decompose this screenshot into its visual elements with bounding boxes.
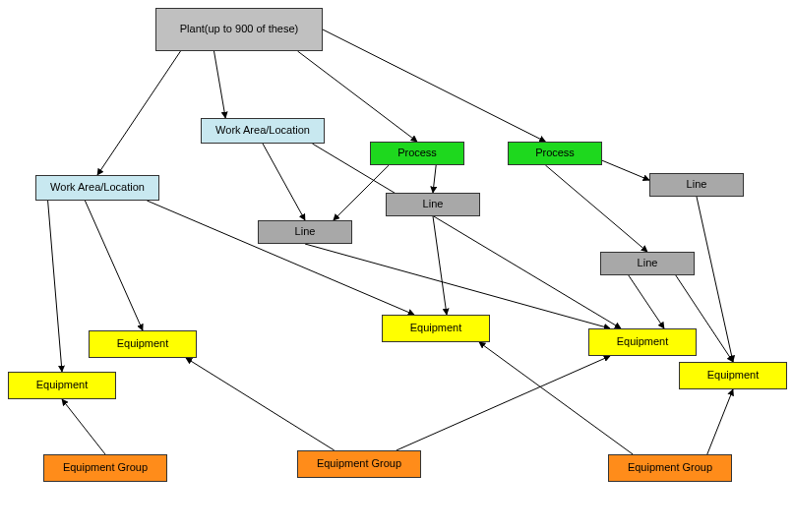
node-eq_left1: Equipment: [8, 372, 116, 399]
node-line_mid: Line: [386, 193, 480, 216]
text-line: Equipment: [36, 379, 89, 391]
edge-eg_center-to-eq_right: [396, 356, 610, 450]
edge-process1-to-line_left: [334, 165, 389, 220]
node-plant: Plant(up to 900 of these): [155, 8, 323, 51]
node-eq_center: Equipment: [382, 315, 490, 342]
node-line_left: Line: [258, 220, 352, 244]
node-eq_far_right: Equipment: [679, 362, 787, 389]
edge-process2-to-line_br: [545, 165, 647, 252]
edge-wal_top-to-eq_right: [312, 144, 621, 328]
edge-wal_left-to-eq_left1: [48, 201, 62, 372]
text-line: Line: [638, 257, 658, 269]
text-line: Equipment: [617, 335, 669, 348]
text-line: Equipment Group: [317, 457, 401, 470]
text-line: (up to 900 of these): [205, 23, 298, 35]
text-line: Equipment Group: [628, 461, 712, 474]
node-line_tr: Line: [649, 173, 744, 197]
edge-process1-to-line_mid: [433, 165, 436, 193]
node-process2: Process: [508, 142, 602, 165]
node-eq_left2: Equipment: [89, 330, 197, 358]
text-line: Line: [687, 178, 707, 191]
text-line: Line: [295, 225, 316, 238]
node-line_br: Line: [600, 252, 695, 275]
edge-line_tr-to-eq_far_right: [697, 197, 733, 362]
node-eg_center: Equipment Group: [297, 450, 421, 478]
node-wal_top: Work Area/Location: [201, 118, 325, 144]
text-line: Process: [397, 147, 437, 159]
text-line: Process: [535, 147, 575, 159]
text-line: Work Area/Location: [50, 181, 145, 194]
edge-eg_right-to-eq_far_right: [707, 389, 733, 454]
edge-plant-to-wal_left: [97, 51, 181, 175]
node-eg_left: Equipment Group: [43, 454, 167, 482]
edge-wal_left-to-eq_center: [147, 201, 414, 315]
node-eg_right: Equipment Group: [608, 454, 732, 482]
edge-plant-to-process2: [323, 30, 545, 142]
edge-plant-to-wal_top: [214, 51, 226, 118]
edge-wal_top-to-line_left: [263, 144, 305, 220]
text-line: Equipment Group: [63, 461, 148, 474]
edge-process2-to-line_tr: [602, 160, 649, 180]
text-line: Plant: [180, 23, 205, 35]
text-line: Work Area/Location: [215, 124, 310, 137]
text-line: Equipment: [707, 369, 760, 382]
node-eq_right: Equipment: [588, 328, 697, 356]
edge-eg_left-to-eq_left1: [62, 399, 105, 454]
node-process1: Process: [370, 142, 464, 165]
text-line: Equipment: [410, 322, 462, 334]
text-line: Line: [423, 198, 444, 210]
edge-eg_right-to-eq_center: [479, 342, 633, 454]
edge-wal_left-to-eq_left2: [85, 201, 143, 330]
node-wal_left: Work Area/Location: [35, 175, 159, 201]
text-line: Equipment: [117, 337, 169, 350]
edge-line_br-to-eq_right: [629, 275, 664, 328]
edge-line_mid-to-eq_center: [433, 216, 447, 315]
edge-eg_center-to-eq_left2: [186, 358, 335, 450]
